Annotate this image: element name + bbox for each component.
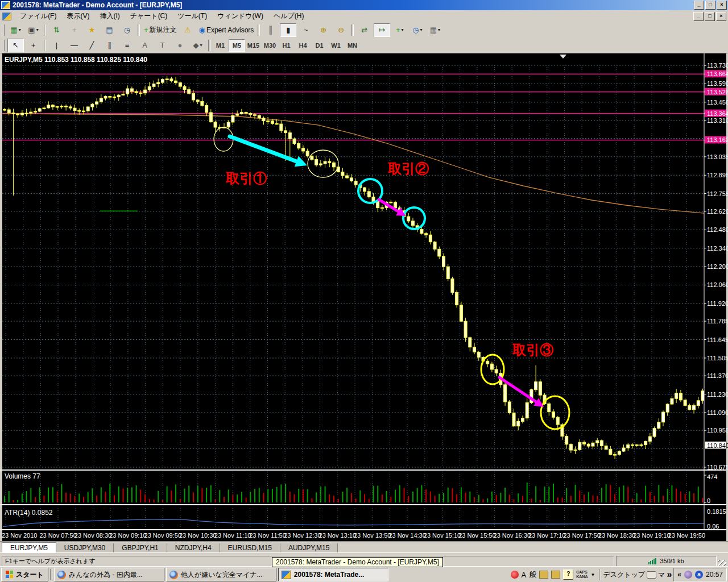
minimize-button[interactable]: _ — [694, 1, 704, 10]
templates-caret-icon[interactable]: ▾ — [438, 27, 440, 32]
market-watch-button[interactable]: ⇅ — [48, 23, 65, 37]
indicators-button[interactable]: +▾ — [391, 23, 408, 37]
ime-mode-general[interactable]: 般 — [529, 569, 536, 580]
printer-icon[interactable] — [647, 571, 656, 579]
chart-window-icon[interactable] — [2, 13, 11, 20]
ime-caret-icon[interactable]: ▼ — [590, 572, 595, 577]
connection-bars-icon — [648, 558, 656, 564]
chart-tab-eurjpy[interactable]: EURJPY,M5 — [2, 542, 56, 553]
chart-tab-eurusd[interactable]: EURUSD,M15 — [220, 543, 280, 553]
tray-app-icon[interactable] — [684, 571, 692, 579]
menu-item[interactable]: ヘルプ(H) — [268, 10, 309, 22]
timeframe-button-m1[interactable]: M1 — [212, 39, 229, 52]
ime-mode-a[interactable]: A — [522, 571, 527, 579]
svg-text:23 Nov 17:50: 23 Nov 17:50 — [563, 532, 600, 539]
chart-tab-audjpy[interactable]: AUDJPY,M15 — [280, 543, 338, 553]
timeframe-button-h1[interactable]: H1 — [278, 39, 295, 52]
menu-item[interactable]: チャート(C) — [125, 10, 173, 22]
fibonacci-button[interactable]: ≡ — [119, 39, 135, 52]
timeframe-button-m30[interactable]: M30 — [262, 39, 278, 52]
svg-text:23 Nov 16:30: 23 Nov 16:30 — [494, 532, 531, 539]
chart-profiles-caret-icon[interactable]: ▾ — [36, 27, 39, 32]
zoom-out-button[interactable]: ⊖ — [333, 23, 349, 37]
chevron-right-icon[interactable]: » — [667, 569, 672, 580]
arrows-tool-button[interactable]: ◆▾ — [189, 39, 206, 52]
menu-item[interactable]: ツール(T) — [172, 10, 212, 22]
indicators-caret-icon[interactable]: ▾ — [402, 27, 404, 32]
new-order-button[interactable]: +新規注文 — [142, 23, 179, 37]
chevron-left-icon[interactable]: « — [677, 571, 681, 579]
svg-text:23 Nov 07:50: 23 Nov 07:50 — [39, 532, 76, 539]
chart-tab-nzdjpy[interactable]: NZDJPY,H4 — [167, 543, 220, 553]
crosshair-button[interactable]: + — [25, 39, 42, 52]
timeframe-button-mn[interactable]: MN — [344, 39, 361, 52]
menu-item[interactable]: ファイル(F) — [15, 10, 61, 22]
periods-caret-icon[interactable]: ▾ — [420, 27, 422, 32]
task-button[interactable]: 他人が嫌いな完全マイナ... — [166, 568, 276, 581]
timeframe-button-w1[interactable]: W1 — [328, 39, 344, 52]
tray-a-icon[interactable]: a — [695, 571, 703, 579]
expert-advisors-button[interactable]: ◉Expert Advisors — [197, 23, 256, 37]
shapes-button[interactable]: ● — [172, 39, 188, 52]
task-button[interactable]: みんなの外為 - 国内最... — [54, 568, 164, 581]
arrows-tool-caret-icon[interactable]: ▾ — [200, 43, 202, 48]
timeframe-button-m15[interactable]: M15 — [245, 39, 262, 52]
mdi-minimize-button[interactable]: _ — [693, 12, 704, 21]
ime-help-button[interactable]: ? — [563, 569, 573, 580]
maximize-button[interactable]: □ — [705, 1, 715, 10]
periods-button[interactable]: ◷▾ — [409, 23, 425, 37]
terminal-button[interactable]: ▤ — [101, 23, 118, 37]
market-watch-icon: ⇅ — [53, 26, 60, 34]
toolbar-grip[interactable] — [2, 40, 5, 51]
chart-tab-gbpjpy[interactable]: GBPJPY,H1 — [114, 543, 167, 553]
navigator-button[interactable]: + — [66, 23, 82, 37]
price-chart[interactable]: 113.730113.664113.590113.528113.450113.3… — [0, 53, 728, 541]
favorites-button[interactable]: ★ — [84, 23, 100, 37]
close-button[interactable]: × — [717, 1, 727, 10]
ime-tools-icon[interactable] — [539, 571, 548, 579]
timeframe-button-d1[interactable]: D1 — [311, 39, 328, 52]
ime-icon[interactable] — [511, 571, 519, 579]
menu-item[interactable]: ウィンドウ(W) — [212, 10, 268, 22]
candlestick-chart-button[interactable]: ▮ — [280, 23, 296, 37]
equidistant-channel-button[interactable]: ∥ — [101, 39, 118, 52]
horizontal-line-button[interactable]: — — [66, 39, 82, 52]
zoom-out-icon: ⊖ — [338, 26, 344, 34]
text-label-button[interactable]: T — [154, 39, 171, 52]
candlestick-chart-icon: ▮ — [286, 26, 290, 34]
cursor-button[interactable]: ↖ — [7, 39, 24, 52]
chart-profiles-button[interactable]: ▣▾ — [25, 23, 42, 37]
indicators-icon: + — [396, 26, 400, 34]
svg-text:23 Nov 11:50: 23 Nov 11:50 — [249, 532, 286, 539]
line-chart-button[interactable]: ~ — [297, 23, 314, 37]
chart-tab-usdjpy[interactable]: USDJPY,M30 — [56, 543, 114, 553]
chart-shift-button[interactable]: ↦ — [374, 23, 390, 37]
timeframe-button-m5[interactable]: M5 — [229, 39, 245, 52]
chart-tab-bar: EURJPY,M5USDJPY,M30GBPJPY,H1NZDJPY,H4EUR… — [0, 541, 728, 553]
new-chart-button[interactable]: ▦▾ — [7, 23, 24, 37]
strategy-tester-button[interactable]: ◷ — [119, 23, 135, 37]
mdi-close-button[interactable]: × — [716, 12, 726, 21]
task-button[interactable]: 2001578: MetaTrade... — [278, 568, 388, 581]
menu-item[interactable]: 表示(V) — [61, 10, 94, 22]
text-button[interactable]: A — [136, 39, 153, 52]
bar-chart-button[interactable]: ║ — [262, 23, 279, 37]
trendline-button[interactable]: ╱ — [84, 39, 100, 52]
alert-button[interactable]: ⚠ — [180, 23, 196, 37]
templates-button[interactable]: ▦▾ — [427, 23, 443, 37]
toolbar-grip[interactable] — [2, 24, 5, 36]
start-button[interactable]: スタート — [1, 568, 48, 581]
new-chart-caret-icon[interactable]: ▾ — [19, 27, 21, 32]
mdi-restore-button[interactable]: □ — [705, 12, 715, 21]
menu-item[interactable]: 挿入(I) — [94, 10, 125, 22]
trade-label-annotation: 取引③ — [512, 342, 553, 357]
auto-scroll-button[interactable]: ⇄ — [356, 23, 373, 37]
svg-text:23 Nov 14:30: 23 Nov 14:30 — [388, 532, 425, 539]
zoom-in-button[interactable]: ⊕ — [315, 23, 332, 37]
svg-text:113.162: 113.162 — [707, 136, 728, 143]
vertical-line-button[interactable]: | — [48, 39, 65, 52]
timeframe-button-h4[interactable]: H4 — [295, 39, 311, 52]
firefox-icon — [169, 571, 178, 579]
ime-pad-icon[interactable] — [551, 571, 560, 579]
desktop-toolbar-label[interactable]: デスクトップ — [603, 570, 645, 580]
